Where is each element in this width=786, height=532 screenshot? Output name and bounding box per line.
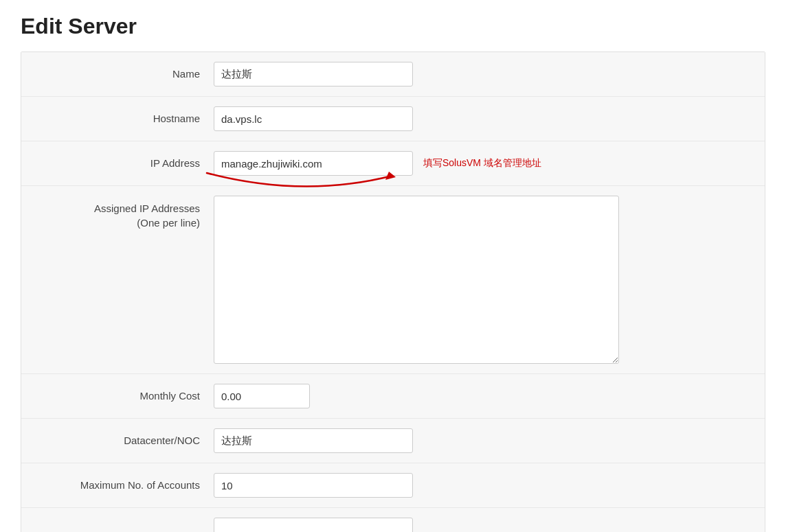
assigned-ip-textarea[interactable]: [214, 196, 619, 364]
ip-address-label: IP Address: [35, 151, 214, 176]
max-accounts-input-area: [214, 473, 751, 498]
datacenter-input-area: [214, 428, 751, 453]
name-label: Name: [35, 62, 214, 86]
monthly-cost-input[interactable]: [214, 384, 310, 408]
name-row: Name: [21, 52, 765, 97]
extra-input-area: [214, 518, 751, 532]
datacenter-label: Datacenter/NOC: [35, 428, 214, 453]
monthly-cost-input-area: [214, 384, 751, 408]
max-accounts-label: Maximum No. of Accounts: [35, 473, 214, 498]
extra-input[interactable]: [214, 518, 413, 532]
hostname-row: Hostname: [21, 97, 765, 141]
ip-address-input-area: 填写SolusVM 域名管理地址: [214, 151, 751, 176]
ip-address-row: IP Address 填写SolusVM 域名管理地址: [21, 141, 765, 186]
datacenter-input[interactable]: [214, 428, 413, 453]
ip-annotation: 填写SolusVM 域名管理地址: [423, 157, 541, 170]
hostname-label: Hostname: [35, 106, 214, 131]
ip-address-input[interactable]: [214, 151, 413, 176]
page-title: Edit Server: [21, 14, 765, 39]
name-input-area: [214, 62, 751, 86]
hostname-input[interactable]: [214, 106, 413, 131]
assigned-ip-label: Assigned IP Addresses (One per line): [35, 196, 214, 230]
name-input[interactable]: [214, 62, 413, 86]
datacenter-row: Datacenter/NOC: [21, 419, 765, 463]
edit-server-form: Name Hostname IP Address 填写SolusVM 域名管理地…: [21, 51, 765, 532]
hostname-input-area: [214, 106, 751, 131]
max-accounts-input[interactable]: [214, 473, 413, 498]
max-accounts-row: Maximum No. of Accounts: [21, 463, 765, 508]
monthly-cost-label: Monthly Cost: [35, 384, 214, 408]
extra-row: [21, 508, 765, 532]
assigned-ip-input-area: [214, 196, 751, 364]
monthly-cost-row: Monthly Cost: [21, 374, 765, 419]
assigned-ip-row: Assigned IP Addresses (One per line): [21, 186, 765, 374]
